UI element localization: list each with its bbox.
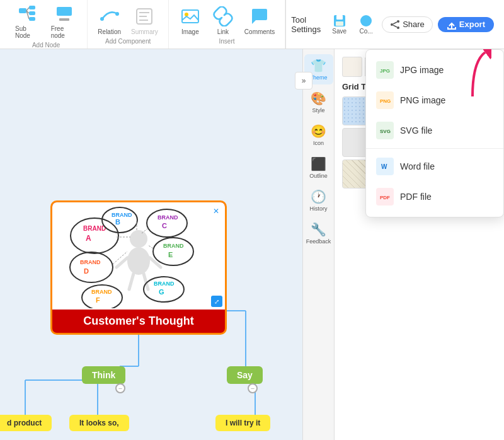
svg-point-48	[147, 209, 187, 237]
product-label: d product	[7, 419, 42, 427]
svg-text:C: C	[162, 222, 167, 229]
svg-text:G: G	[159, 288, 164, 296]
add-component-group-label: Add Component	[105, 38, 151, 45]
canvas-area[interactable]: BRAND A BRAND B BRAND C BRAND D BRAND E	[0, 49, 302, 440]
svg-text:BRAND: BRAND	[154, 281, 175, 287]
main-toolbar: Sub Node Free node Add Node Relation	[0, 0, 504, 49]
svg-line-67	[148, 245, 153, 248]
image-label: Image	[181, 28, 199, 35]
share-button[interactable]: Share	[382, 16, 433, 33]
looks-node[interactable]: It looks so,	[69, 415, 129, 431]
summary-button[interactable]: Summary	[129, 4, 161, 37]
sidebar-item-outline[interactable]: ⬛ Outline	[304, 153, 333, 183]
add-node-group-label: Add Node	[32, 42, 60, 49]
svg-line-24	[393, 22, 397, 24]
co-label: Co...	[360, 28, 373, 35]
free-node-button[interactable]: Free node	[49, 1, 80, 40]
export-svg-label: SVG file	[400, 125, 432, 136]
export-word-label: Word file	[400, 161, 435, 171]
svg-text:PDF: PDF	[380, 195, 390, 200]
sidebar-item-style[interactable]: 🎨 Style	[304, 87, 333, 117]
history-label: History	[309, 206, 327, 212]
image-button[interactable]: Image	[176, 4, 204, 37]
svg-text:W: W	[381, 163, 387, 170]
swatch-tan[interactable]	[342, 57, 362, 77]
svg-rect-7	[57, 7, 72, 16]
try-node[interactable]: I will try it	[215, 415, 270, 431]
right-panel: ··· Grid Texture ↺ Reset	[334, 49, 504, 440]
product-node[interactable]: d product	[0, 415, 52, 431]
icon-icon: 😊	[311, 124, 326, 139]
expand-panel-button[interactable]: »	[295, 72, 312, 90]
svg-line-40	[129, 274, 134, 289]
svg-line-65	[142, 228, 148, 233]
export-pdf-option[interactable]: PDF PDF file	[366, 182, 503, 212]
add-node-group: Sub Node Free node Add Node	[5, 0, 88, 49]
relation-button[interactable]: Relation	[95, 4, 123, 37]
svg-text:B: B	[115, 218, 120, 226]
main-node: BRAND A BRAND B BRAND C BRAND D BRAND E	[50, 200, 227, 335]
sub-node-button[interactable]: Sub Node	[13, 1, 43, 40]
export-svg-option[interactable]: SVG SVG file	[366, 115, 503, 146]
sidebar-item-feedback[interactable]: 🔧 Feedback	[304, 218, 333, 248]
style-label: Style	[312, 107, 324, 113]
link-label: Link	[217, 28, 229, 35]
svg-text:BRAND: BRAND	[91, 289, 112, 295]
co-button[interactable]: Co...	[355, 13, 377, 36]
export-pdf-label: PDF file	[400, 192, 432, 202]
link-button[interactable]: Link	[209, 4, 237, 37]
svg-text:BRAND: BRAND	[158, 214, 178, 221]
summary-label: Summary	[131, 28, 158, 35]
outline-label: Outline	[309, 173, 328, 179]
say-label: Say	[237, 370, 253, 380]
sub-node-label: Sub Node	[15, 25, 41, 39]
main-area: BRAND A BRAND B BRAND C BRAND D BRAND E	[0, 49, 504, 440]
svg-line-4	[26, 8, 29, 11]
expand-label: »	[302, 76, 306, 85]
svg-point-10	[115, 12, 119, 16]
red-arrow-indicator	[454, 49, 491, 102]
side-panel: 👕 Theme 🎨 Style 😊 Icon ⬛ Outline 🕐 Histo…	[302, 49, 334, 440]
svg-rect-0	[19, 8, 26, 13]
svg-rect-8	[59, 18, 69, 21]
svg-point-42	[71, 218, 118, 253]
svg-point-37	[130, 230, 147, 248]
outline-icon: ⬛	[311, 156, 326, 171]
say-node[interactable]: Say	[227, 366, 263, 384]
jpg-icon: JPG	[376, 61, 394, 79]
save-button[interactable]: Save	[328, 13, 350, 36]
sidebar-item-icon[interactable]: 😊 Icon	[304, 120, 333, 150]
add-component-group: Relation Summary Add Component	[88, 0, 169, 49]
comments-button[interactable]: Comments	[242, 4, 277, 37]
pdf-icon: PDF	[376, 188, 394, 206]
history-icon: 🕐	[311, 189, 326, 204]
svg-point-23	[397, 26, 399, 29]
svg-point-36	[127, 247, 150, 275]
svg-text:E: E	[168, 251, 173, 258]
svg-text:BRAND: BRAND	[163, 243, 184, 249]
svg-text:BRAND: BRAND	[112, 212, 132, 218]
svg-text:A: A	[86, 234, 91, 243]
insert-group-label: Insert	[219, 38, 235, 45]
svg-rect-19	[336, 21, 343, 26]
main-node-title: Customer's Thought	[78, 310, 198, 333]
style-icon: 🎨	[311, 91, 326, 106]
say-collapse-button[interactable]: −	[248, 383, 258, 393]
svg-point-54	[153, 238, 193, 265]
svg-text:BRAND: BRAND	[80, 259, 101, 265]
svg-rect-2	[29, 11, 35, 15]
think-collapse-button[interactable]: −	[115, 383, 125, 393]
export-word-option[interactable]: W Word file	[366, 151, 503, 182]
svg-text:JPG: JPG	[380, 68, 390, 74]
theme-icon: 👕	[311, 58, 326, 73]
export-button[interactable]: Export	[438, 17, 494, 32]
expand-node-button[interactable]: ⤢	[211, 296, 222, 307]
svg-text:BRAND: BRAND	[83, 225, 106, 232]
svg-rect-1	[29, 6, 35, 9]
think-node[interactable]: Think	[82, 366, 125, 384]
icon-label: Icon	[313, 140, 324, 146]
close-node-button[interactable]: ✕	[210, 205, 222, 217]
sidebar-item-history[interactable]: 🕐 History	[304, 185, 333, 216]
export-jpg-label: JPG image	[400, 65, 444, 75]
png-icon: PNG	[376, 91, 394, 109]
